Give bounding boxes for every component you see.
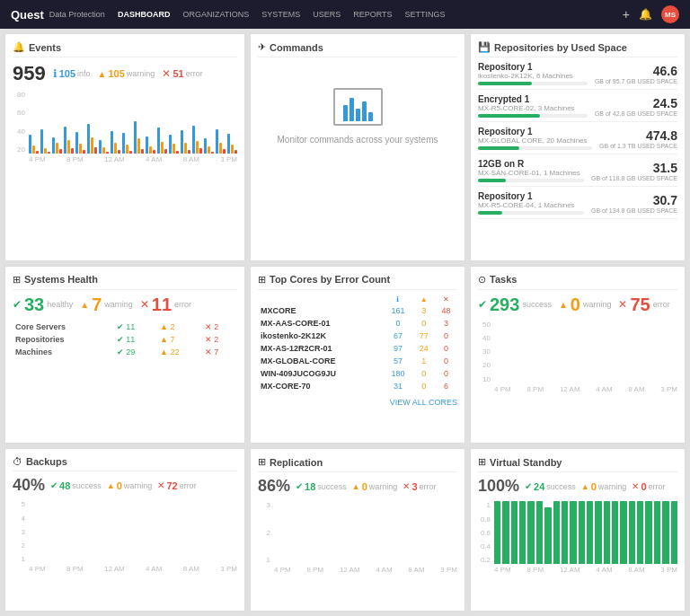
events-info-count: 105 [59, 68, 75, 79]
tasks-error: ✕ 75 error [618, 295, 669, 315]
commands-icon: ✈ [258, 41, 266, 53]
repo-item: Repository 1 MX-GLOBAL CORE, 20 Machines… [478, 127, 677, 154]
tasks-y-labels: 5040302010 [478, 321, 492, 383]
repo-item: Repository 1 MX-R5-CORE-04, 1 Machines 3… [478, 191, 677, 219]
core-table-row: MX-AAS-CORE-01 0 0 3 [258, 317, 457, 330]
vs-x-labels: 4 PM8 PM12 AM4 AM8 AM3 PM [494, 566, 677, 574]
vs-bars [494, 501, 677, 564]
backups-chart: 54321 [13, 500, 237, 563]
repl-warn-count: 0 [362, 481, 367, 492]
vs-warning: ▲ 0 warning [581, 481, 627, 492]
tasks-warn-label: warning [583, 300, 612, 309]
info-circle-icon: ℹ [53, 67, 58, 80]
tasks-err-label: error [653, 300, 670, 309]
replication-icon: ⊞ [258, 456, 266, 468]
replication-bars [274, 501, 457, 564]
backups-title: Backups [26, 456, 67, 467]
commands-description: Monitor commands across your systems [278, 135, 438, 145]
backups-y-labels: 54321 [13, 500, 27, 563]
systems-stats: ✔ 33 healthy ▲ 7 warning ✕ 11 error [13, 295, 237, 315]
sh-healthy-label: healthy [47, 300, 73, 309]
backups-stats: 40% ✔ 48 success ▲ 0 warning ✕ 72 error [13, 476, 237, 495]
vs-success: ✔ 24 success [525, 481, 576, 492]
view-all-link[interactable]: VIEW ALL CORES [390, 398, 457, 407]
nav-items: DASHBOARD ORGANIZATIONS SYSTEMS USERS RE… [118, 10, 623, 19]
user-avatar[interactable]: MS [661, 5, 679, 23]
replication-warning: ▲ 0 warning [352, 481, 398, 492]
y-axis-labels: 80604020 [13, 91, 27, 154]
bell-icon-small: 🔔 [13, 41, 25, 53]
repositories-header: 💾 Repositories by Used Space [478, 41, 677, 57]
error-x-icon: ✕ [162, 67, 171, 80]
events-card: 🔔 Events 959 ℹ 105 info ▲ 105 warning ✕ … [4, 33, 245, 261]
vs-success-label: success [546, 482, 576, 491]
events-x-labels: 4 PM8 PM12 AM4 AM8 AM3 PM [29, 155, 237, 163]
backups-success-label: success [72, 481, 102, 490]
core-table-row: MX-AS-12R2CR-01 97 24 0 [258, 342, 457, 355]
backups-success-count: 48 [59, 480, 70, 491]
repo-item: Encrypted 1 MX-R5-CORE-02, 3 Machines 24… [478, 94, 677, 122]
vs-success-count: 24 [534, 481, 544, 492]
backups-err-count: 72 [166, 480, 177, 491]
backups-header: ⏱ Backups [13, 456, 237, 471]
tasks-warning: ▲ 0 warning [559, 295, 612, 315]
backups-card: ⏱ Backups 40% ✔ 48 success ▲ 0 warning ✕… [4, 448, 245, 612]
vs-icon: ⊞ [478, 456, 486, 468]
replication-y-labels: 321 [258, 501, 272, 564]
repl-success-label: success [317, 482, 347, 491]
core-table-row: WIN-409JUCOG9JU 180 0 0 [258, 367, 457, 380]
replication-x-labels: 4 PM8 PM12 AM4 AM8 AM3 PM [274, 566, 457, 574]
bell-icon[interactable]: 🔔 [639, 8, 652, 21]
events-error-label: error [186, 69, 203, 78]
core-table-row: MX-GLOBAL-CORE 57 1 0 [258, 355, 457, 367]
commands-card: ✈ Commands Monitor commands across your … [250, 33, 465, 261]
repo-item: Repository 1 ikostenko-2K12K, 6 Machines… [478, 62, 677, 90]
sh-warning: ▲ 7 warning [80, 295, 133, 315]
sh-warn-icon: ▲ [80, 300, 89, 310]
backups-percent: 40% [13, 476, 45, 495]
systems-health-card: ⊞ Systems Health ✔ 33 healthy ▲ 7 warnin… [4, 266, 245, 444]
vs-y-labels: 10.80.60.40.2 [478, 501, 492, 564]
repl-err-label: error [420, 482, 437, 491]
sh-err-label: error [174, 300, 191, 309]
events-header: 🔔 Events [13, 41, 237, 57]
commands-header: ✈ Commands [258, 41, 457, 57]
commands-chart-icon [333, 88, 383, 126]
repositories-title: Repositories by Used Space [494, 42, 627, 53]
nav-item-reports[interactable]: REPORTS [353, 10, 392, 19]
events-warn-stat: ▲ 105 warning [98, 68, 155, 79]
tasks-warn-count: 0 [571, 295, 580, 315]
nav-item-orgs[interactable]: ORGANIZATIONS [182, 10, 249, 19]
nav-item-users[interactable]: USERS [313, 10, 341, 19]
top-cores-title: Top Cores by Error Count [270, 274, 390, 285]
nav-subtitle: Data Protection [49, 10, 105, 19]
cores-table-wrap: ℹ ▲ ✕ MXCORE 161 3 48 MX-AAS-CORE-01 0 0… [258, 295, 457, 392]
nav-item-systems[interactable]: SYSTEMS [261, 10, 300, 19]
replication-chart: 321 [258, 501, 457, 564]
view-all-cores[interactable]: VIEW ALL CORES [258, 396, 457, 407]
vs-title: Virtual Standby [490, 457, 562, 468]
backups-warn-label: warning [124, 481, 153, 490]
vs-stats: 100% ✔ 24 success ▲ 0 warning ✕ 0 error [478, 477, 677, 496]
dashboard-grid: 🔔 Events 959 ℹ 105 info ▲ 105 warning ✕ … [0, 29, 690, 616]
tasks-success-count: 293 [490, 295, 519, 315]
events-stats: 959 ℹ 105 info ▲ 105 warning ✕ 51 error [13, 62, 237, 85]
nav-item-settings[interactable]: SETTINGS [405, 10, 446, 19]
replication-error: ✕ 3 error [402, 481, 436, 492]
sh-error: ✕ 11 error [140, 295, 191, 315]
sh-warn-count: 7 [92, 295, 102, 315]
backups-bars [29, 500, 237, 563]
nav-item-dashboard[interactable]: DASHBOARD [118, 10, 171, 19]
vs-percent: 100% [478, 477, 519, 496]
plus-icon[interactable]: + [623, 7, 630, 22]
logo: Quest [11, 8, 44, 22]
vs-chart: 10.80.60.40.2 [478, 501, 677, 564]
warn-triangle-icon: ▲ [98, 69, 107, 79]
repo-icon: 💾 [478, 41, 491, 53]
tasks-header: ⊙ Tasks [478, 274, 677, 290]
replication-percent: 86% [258, 477, 290, 496]
events-info-stat: ℹ 105 info [53, 67, 91, 80]
backups-error: ✕ 72 error [157, 480, 196, 491]
repl-success-count: 18 [305, 481, 315, 492]
tasks-stats: ✔ 293 success ▲ 0 warning ✕ 75 error [478, 295, 677, 315]
